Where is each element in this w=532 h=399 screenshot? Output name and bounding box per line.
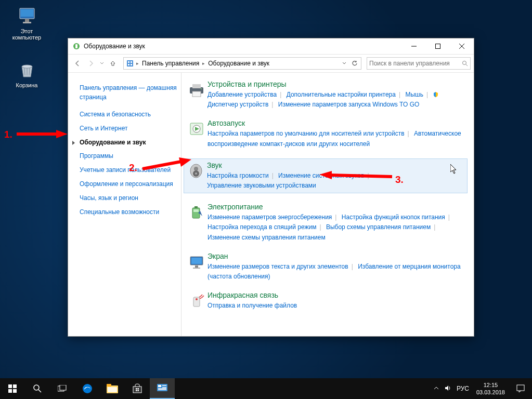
address-bar[interactable]: ▸ Панель управления ▸ Оборудование и зву…	[123, 57, 361, 70]
maximize-button[interactable]	[426, 38, 450, 54]
svg-rect-29	[192, 91, 201, 97]
svg-rect-23	[128, 64, 129, 65]
desktop-icon-recycle-bin[interactable]: Корзина	[7, 59, 46, 88]
sidebar-item-network[interactable]: Сеть и Интернет	[80, 124, 177, 133]
taskbar-app-store[interactable]	[125, 378, 150, 399]
trash-icon	[17, 59, 37, 80]
svg-rect-17	[436, 44, 440, 49]
category-infrared: Инфракрасная связь Отправка и получение …	[186, 291, 465, 311]
tray-volume-icon[interactable]	[444, 384, 451, 393]
category-title[interactable]: Автозапуск	[207, 119, 465, 127]
link[interactable]: Диспетчер устройств	[207, 101, 268, 108]
taskbar-date: 03.03.2018	[476, 389, 505, 396]
annotation-2: 2.	[129, 162, 137, 174]
category-title[interactable]: Звук	[207, 161, 466, 169]
link[interactable]: Настройка параметров по умолчанию для но…	[207, 130, 405, 137]
svg-rect-20	[127, 60, 133, 66]
navigation-bar: ▸ Панель управления ▸ Оборудование и зву…	[68, 54, 474, 73]
link[interactable]: Добавление устройства	[207, 91, 277, 98]
search-box[interactable]	[367, 57, 471, 70]
svg-marker-9	[56, 130, 68, 138]
link[interactable]: Изменение параметров энергосбережения	[207, 214, 332, 221]
infrared-icon	[186, 291, 207, 311]
shield-icon	[433, 91, 439, 97]
link[interactable]: Отправка и получение файлов	[207, 302, 297, 309]
category-title[interactable]: Инфракрасная связь	[207, 291, 465, 299]
svg-rect-67	[162, 387, 166, 388]
sidebar-item-hardware-sound[interactable]: Оборудование и звук	[80, 138, 177, 147]
chevron-right-icon[interactable]: ▸	[201, 61, 206, 66]
svg-rect-43	[195, 265, 198, 268]
svg-marker-13	[319, 171, 332, 179]
category-title[interactable]: Экран	[207, 252, 465, 260]
taskbar-app-explorer[interactable]	[100, 378, 125, 399]
link[interactable]: Мышь	[405, 91, 423, 98]
back-button[interactable]	[71, 57, 84, 70]
link[interactable]: Дополнительные настройки принтера	[287, 91, 396, 98]
svg-rect-42	[191, 258, 202, 264]
link[interactable]: Выбор схемы управления питанием	[326, 223, 431, 231]
tray-language[interactable]: РУС	[457, 385, 469, 392]
svg-point-35	[194, 167, 198, 171]
link[interactable]: Настройка громкости	[207, 172, 269, 179]
svg-rect-44	[193, 268, 200, 269]
taskbar-time: 12:15	[476, 381, 505, 389]
link-sound-devices[interactable]: Управление звуковыми устройствами	[207, 182, 316, 189]
category-display: Экран Изменение размеров текста и других…	[186, 252, 465, 282]
action-center-button[interactable]	[509, 378, 532, 399]
sidebar-item-clock-language[interactable]: Часы, язык и регион	[80, 194, 177, 203]
up-button[interactable]	[107, 57, 119, 70]
sidebar-item-system[interactable]: Система и безопасность	[80, 110, 177, 119]
sidebar-item-appearance[interactable]: Оформление и персонализация	[80, 180, 177, 189]
address-dropdown-button[interactable]	[339, 58, 349, 69]
control-panel-window: Оборудование и звук ▸ Панель управления …	[68, 38, 474, 337]
link[interactable]: Изменение параметров запуска Windows TO …	[278, 101, 420, 108]
close-button[interactable]	[450, 38, 474, 54]
annotation-arrow-1	[16, 129, 68, 139]
sidebar-home[interactable]: Панель управления — домашняя страница	[80, 83, 177, 102]
sidebar-item-accessibility[interactable]: Специальные возможности	[80, 208, 177, 217]
start-button[interactable]	[0, 378, 25, 399]
main-panel: Устройства и принтеры Добавление устройс…	[181, 73, 474, 336]
svg-point-46	[196, 298, 198, 300]
tray-chevron-up-icon[interactable]	[434, 385, 439, 392]
breadcrumb-root[interactable]: Панель управления	[140, 60, 201, 67]
taskbar-clock[interactable]: 12:15 03.03.2018	[472, 381, 509, 396]
task-view-button[interactable]	[50, 378, 75, 399]
titlebar[interactable]: Оборудование и звук	[68, 38, 474, 54]
taskbar-app-edge[interactable]	[75, 378, 100, 399]
monitor-icon	[186, 252, 207, 282]
svg-rect-40	[193, 209, 199, 212]
refresh-button[interactable]	[349, 58, 360, 69]
chevron-right-icon[interactable]: ▸	[135, 61, 140, 66]
forward-button[interactable]	[85, 57, 97, 70]
svg-rect-66	[162, 385, 166, 386]
printer-icon	[186, 80, 207, 110]
search-button[interactable]	[25, 378, 50, 399]
svg-rect-15	[75, 44, 77, 48]
recent-button[interactable]	[98, 57, 106, 70]
svg-point-25	[463, 61, 466, 65]
svg-point-37	[195, 172, 197, 175]
monitor-icon	[17, 5, 37, 26]
taskbar: РУС 12:15 03.03.2018	[0, 378, 532, 399]
link[interactable]: Изменение размеров текста и других элеме…	[207, 263, 348, 270]
desktop-icon-label: Этот компьютер	[7, 28, 46, 41]
system-tray[interactable]: РУС	[431, 384, 472, 393]
search-input[interactable]	[369, 60, 462, 67]
link[interactable]: Изменение схемы управления питанием	[207, 234, 326, 241]
svg-point-55	[83, 384, 92, 393]
minimize-button[interactable]	[402, 38, 426, 54]
link[interactable]: Настройка перехода в спящий режим	[207, 223, 316, 231]
svg-line-10	[142, 162, 181, 169]
svg-rect-54	[60, 385, 66, 390]
desktop-icon-this-pc[interactable]: Этот компьютер	[7, 5, 46, 41]
taskbar-app-control-panel[interactable]	[150, 378, 175, 399]
annotation-arrow-3	[319, 170, 393, 181]
breadcrumb-current[interactable]: Оборудование и звук	[206, 60, 271, 67]
annotation-arrow-2	[141, 157, 191, 172]
svg-rect-50	[13, 389, 17, 393]
link[interactable]: Настройка функций кнопок питания	[342, 214, 445, 221]
category-title[interactable]: Электропитание	[207, 203, 465, 211]
category-title[interactable]: Устройства и принтеры	[207, 80, 465, 88]
